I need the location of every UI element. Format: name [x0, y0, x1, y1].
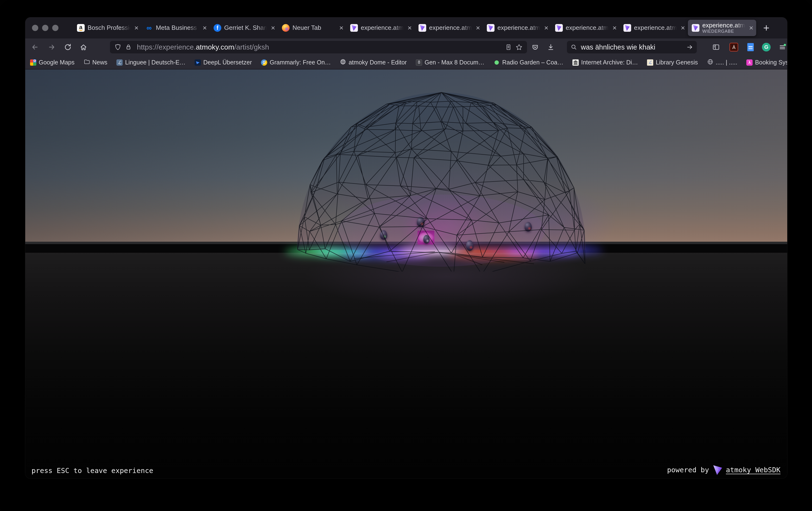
tab-close-icon[interactable]: ×	[681, 24, 685, 31]
bookmark-item[interactable]: 8 Gen - Max 8 Docum…	[416, 59, 485, 66]
tab-title: Neuer Tab	[292, 24, 336, 31]
globe-wireframe-icon	[340, 59, 346, 66]
bookmark-item[interactable]: ℒ Library Genesis	[647, 59, 698, 66]
url-text: https://experience.atmoky.com/artist/gks…	[137, 43, 501, 51]
tab-title: Meta Business Suit	[156, 24, 200, 31]
tab-title: experience.atmoky	[429, 24, 473, 31]
menu-hamburger-icon[interactable]	[778, 42, 787, 52]
tab-close-icon[interactable]: ×	[339, 24, 344, 31]
search-go-arrow-icon[interactable]	[686, 43, 693, 51]
tab[interactable]: experience.atmoky ×	[415, 20, 483, 36]
home-icon[interactable]	[79, 42, 88, 52]
tab[interactable]: experience.atmoky ×	[619, 20, 688, 36]
esc-hint: press ESC to leave experience	[31, 467, 153, 475]
bookmark-item[interactable]: DeepL Übersetzer	[195, 59, 252, 66]
atmoky-favicon	[487, 24, 494, 32]
web-content: press ESC to leave experience powered by…	[25, 69, 787, 479]
sidebar-toggle-icon[interactable]	[711, 42, 721, 52]
bookmark-item[interactable]: News	[84, 59, 108, 66]
browser-window: a Bosch Professiona × ∞ Meta Business Su…	[25, 17, 787, 479]
tab-title: experience.atmoky	[566, 24, 609, 31]
linguee-icon: ℒ	[116, 59, 123, 66]
atmoky-favicon	[418, 24, 426, 32]
gen-max-icon: 8	[416, 59, 422, 66]
search-icon	[570, 43, 578, 51]
atmoky-favicon	[624, 24, 631, 32]
facebook-favicon: f	[213, 24, 221, 32]
bookmark-star-icon[interactable]	[516, 43, 523, 51]
tab-close-icon[interactable]: ×	[749, 24, 753, 31]
tab-close-icon[interactable]: ×	[203, 24, 207, 31]
gdocs-extension-icon[interactable]	[746, 42, 755, 52]
grammarly-favicon-icon: G	[261, 59, 267, 66]
powered-by: powered by atmoky WebSDK	[667, 464, 781, 476]
tab-title: experience.atmoky	[497, 24, 541, 31]
tab-title: experience.atmoky	[634, 24, 678, 31]
tracking-protection-shield-icon[interactable]	[114, 43, 121, 51]
geodesic-dome	[297, 84, 586, 271]
bookmark-item[interactable]: Internet Archive: Di…	[573, 59, 638, 66]
navigation-toolbar: https://experience.atmoky.com/artist/gks…	[25, 38, 787, 56]
atmoky-logo-icon	[713, 464, 723, 476]
tab[interactable]: experience.atmoky ×	[551, 20, 619, 36]
tab[interactable]: Neuer Tab ×	[278, 20, 346, 36]
maximize-window-button[interactable]	[52, 25, 58, 31]
tab-strip: a Bosch Professiona × ∞ Meta Business Su…	[73, 20, 756, 36]
pocket-icon[interactable]	[530, 42, 540, 52]
window-controls	[32, 25, 58, 31]
tab[interactable]: experience.atmoky WIEDERGABE ×	[688, 20, 756, 36]
tab-title: Bosch Professiona	[88, 24, 131, 31]
back-icon[interactable]	[30, 42, 40, 52]
archive-icon	[573, 59, 579, 66]
websdk-link[interactable]: atmoky WebSDK	[726, 466, 781, 474]
new-tab-button[interactable]: +	[759, 21, 773, 35]
bookmark-item[interactable]: ℒ Linguee | Deutsch-E…	[116, 59, 185, 66]
url-bar[interactable]: https://experience.atmoky.com/artist/gks…	[110, 41, 527, 53]
grammarly-extension-icon[interactable]: G	[761, 42, 771, 52]
tab-close-icon[interactable]: ×	[612, 24, 617, 31]
bookmark-item[interactable]: G Grammarly: Free On…	[261, 59, 331, 66]
tab[interactable]: experience.atmoky ×	[346, 20, 415, 36]
bookmark-item[interactable]: λ Booking System - C…	[746, 59, 787, 66]
tab-close-icon[interactable]: ×	[271, 24, 275, 31]
reload-icon[interactable]	[63, 42, 72, 52]
tab[interactable]: a Bosch Professiona ×	[73, 20, 141, 36]
minimize-window-button[interactable]	[42, 25, 48, 31]
acrobat-extension-icon[interactable]	[729, 42, 738, 52]
forward-icon[interactable]	[47, 42, 57, 52]
google-maps-icon	[30, 59, 36, 66]
tab-close-icon[interactable]: ×	[134, 24, 139, 31]
libgen-icon: ℒ	[647, 59, 653, 66]
atmoky-favicon	[555, 24, 563, 32]
deepl-icon	[195, 59, 201, 66]
tab-title: Gerriet K. Sharma	[224, 24, 268, 31]
bookmark-item[interactable]: Radio Garden – Coa…	[494, 59, 563, 66]
reader-mode-icon[interactable]	[505, 43, 512, 51]
lock-icon[interactable]	[125, 43, 132, 51]
tab[interactable]: experience.atmoky ×	[483, 20, 551, 36]
globe-icon	[707, 59, 714, 66]
tab[interactable]: f Gerriet K. Sharma ×	[210, 20, 278, 36]
tab-title: experience.atmoky	[702, 22, 746, 29]
bookmarks-toolbar: Google Maps News ℒ Linguee | Deutsch-E… …	[25, 56, 787, 69]
meta-favicon: ∞	[145, 24, 153, 32]
desktop: a Bosch Professiona × ∞ Meta Business Su…	[0, 0, 812, 511]
tab-close-icon[interactable]: ×	[476, 24, 480, 31]
atmoky-favicon	[692, 24, 699, 32]
tab-close-icon[interactable]: ×	[544, 24, 548, 31]
booking-icon: λ	[746, 59, 753, 66]
close-window-button[interactable]	[32, 25, 38, 31]
downloads-icon[interactable]	[546, 42, 556, 52]
bookmark-item[interactable]: Google Maps	[30, 59, 75, 66]
search-input[interactable]	[580, 43, 683, 52]
search-bar[interactable]	[567, 41, 697, 53]
tab[interactable]: ∞ Meta Business Suit ×	[141, 20, 210, 36]
atmoky-favicon	[350, 24, 358, 32]
bookmark-item[interactable]: ..... | .....	[707, 59, 737, 66]
tab-title: experience.atmoky	[361, 24, 405, 31]
tab-close-icon[interactable]: ×	[407, 24, 412, 31]
green-dot-icon	[494, 59, 500, 66]
folder-icon	[84, 59, 90, 66]
firefox-favicon	[282, 24, 290, 32]
bookmark-item[interactable]: atmoky Dome - Editor	[340, 59, 407, 66]
